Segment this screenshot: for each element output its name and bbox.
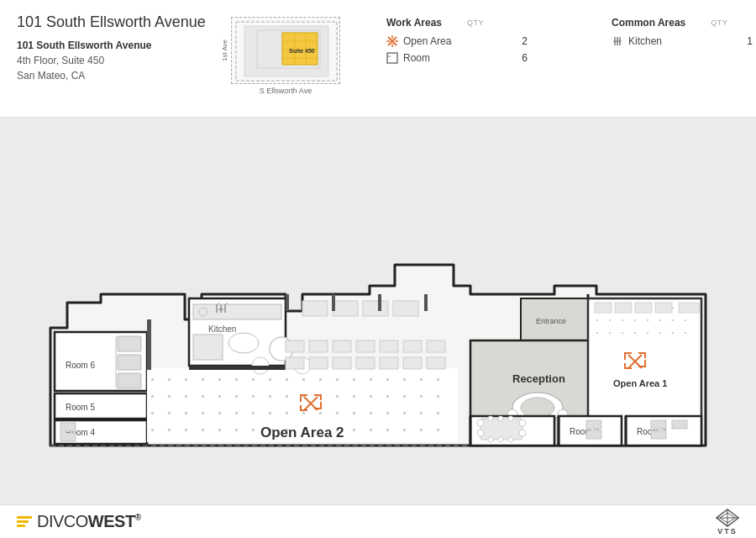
kitchen-row: Kitchen 1 [612, 35, 753, 47]
svg-rect-73 [185, 395, 187, 398]
svg-rect-89 [151, 412, 154, 414]
work-areas-qty-label: QTY [467, 18, 484, 27]
svg-rect-86 [403, 395, 406, 398]
svg-rect-226 [424, 294, 428, 311]
svg-rect-207 [427, 357, 445, 369]
svg-rect-68 [403, 378, 406, 381]
svg-point-222 [508, 437, 513, 442]
svg-rect-197 [356, 340, 375, 352]
svg-rect-201 [286, 357, 304, 369]
divcowest-logo: DIVCOWEST® [17, 512, 141, 531]
svg-rect-129 [333, 301, 358, 316]
svg-rect-83 [353, 395, 355, 398]
svg-rect-128 [302, 301, 328, 316]
svg-rect-93 [218, 412, 221, 414]
open-area-qty: 2 [511, 35, 528, 47]
svg-rect-195 [309, 340, 328, 352]
svg-rect-97 [286, 412, 288, 414]
svg-point-220 [488, 437, 493, 442]
svg-rect-163 [622, 319, 623, 321]
stats-section: Work Areas QTY Open Area 2 [353, 13, 753, 69]
divco-bars-icon [17, 516, 32, 527]
svg-rect-74 [202, 395, 204, 398]
svg-rect-95 [252, 412, 255, 414]
svg-point-143 [521, 398, 554, 418]
svg-rect-165 [647, 319, 648, 321]
svg-rect-79 [286, 395, 288, 398]
svg-rect-87 [420, 395, 423, 398]
svg-rect-122 [403, 429, 406, 431]
kitchen-label: Kitchen [628, 35, 662, 47]
svg-rect-123 [420, 429, 423, 431]
svg-rect-124 [437, 429, 439, 431]
room-icon [386, 52, 398, 64]
svg-text:Suite 450: Suite 450 [289, 48, 315, 54]
svg-rect-75 [218, 395, 221, 398]
svg-rect-166 [659, 319, 661, 321]
address-line2: 4th Floor, Suite 450 [17, 53, 218, 68]
svg-rect-212 [480, 419, 522, 440]
svg-rect-174 [659, 332, 661, 334]
svg-rect-182 [635, 303, 652, 313]
svg-rect-167 [672, 319, 674, 321]
vts-diamond-icon [716, 509, 739, 527]
svg-point-217 [488, 416, 493, 421]
svg-rect-30 [118, 336, 141, 351]
svg-text:Open Area 2: Open Area 2 [260, 425, 344, 440]
open-area-label: Open Area [403, 35, 451, 47]
svg-rect-121 [386, 429, 389, 431]
svg-rect-162 [609, 319, 611, 321]
svg-rect-70 [437, 378, 439, 381]
svg-rect-76 [235, 395, 238, 398]
svg-rect-106 [437, 412, 439, 414]
map-label-left: 1st Ave [221, 40, 228, 61]
svg-rect-56 [202, 378, 204, 381]
svg-rect-85 [386, 395, 389, 398]
svg-rect-184 [679, 303, 700, 313]
svg-rect-82 [336, 395, 339, 398]
common-areas-title: Common Areas [612, 17, 685, 29]
svg-rect-62 [302, 378, 305, 381]
svg-rect-58 [235, 378, 238, 381]
svg-rect-202 [309, 357, 328, 369]
vts-label: VTS [717, 527, 738, 535]
svg-rect-67 [386, 378, 389, 381]
svg-rect-172 [634, 332, 636, 334]
svg-rect-105 [420, 412, 423, 414]
svg-rect-65 [353, 378, 355, 381]
svg-rect-203 [333, 357, 351, 369]
svg-rect-137 [189, 366, 286, 370]
svg-rect-94 [235, 412, 238, 414]
svg-rect-113 [252, 429, 255, 431]
svg-rect-223 [286, 294, 289, 311]
svg-rect-66 [370, 378, 372, 381]
svg-rect-175 [672, 332, 674, 334]
svg-point-218 [498, 416, 503, 421]
room-row: Room 6 [386, 52, 528, 64]
svg-rect-64 [336, 378, 339, 381]
svg-rect-196 [333, 340, 351, 352]
svg-point-216 [519, 430, 526, 436]
svg-rect-130 [363, 301, 388, 316]
svg-rect-32 [118, 373, 141, 388]
svg-rect-107 [151, 429, 154, 431]
kitchen-icon [612, 35, 623, 47]
svg-rect-39 [60, 433, 76, 441]
svg-rect-53 [151, 378, 154, 381]
floorplan-area: Room 6 Room 5 Room 4 Kitchen [0, 118, 756, 504]
mini-map: 1st Ave Suite 450 S Ellsworth Ave [218, 17, 353, 95]
svg-rect-16 [387, 53, 397, 63]
svg-rect-69 [420, 378, 423, 381]
svg-rect-225 [378, 294, 381, 311]
svg-rect-135 [147, 319, 151, 370]
svg-rect-63 [319, 378, 322, 381]
svg-point-213 [477, 419, 484, 426]
svg-rect-120 [370, 429, 372, 431]
svg-rect-60 [269, 378, 271, 381]
svg-rect-100 [336, 412, 339, 414]
svg-text:Reception: Reception [512, 372, 565, 385]
svg-rect-164 [634, 319, 636, 321]
svg-point-47 [228, 333, 259, 353]
kitchen-qty: 1 [736, 35, 753, 47]
svg-rect-198 [380, 340, 398, 352]
